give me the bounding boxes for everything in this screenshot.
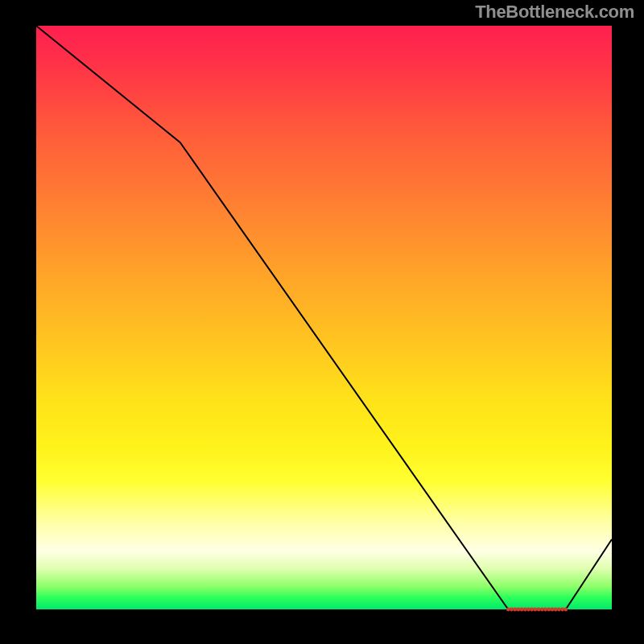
chart-container: TheBottleneck.com xyxy=(0,0,644,644)
curve-path xyxy=(36,26,612,609)
marker-dot xyxy=(523,608,527,612)
marker-dot xyxy=(517,608,521,612)
marker-group xyxy=(506,608,568,612)
marker-dot xyxy=(510,608,514,612)
marker-dot xyxy=(543,608,547,612)
marker-dot xyxy=(513,608,517,612)
plot-area xyxy=(36,26,612,609)
marker-dot xyxy=(560,608,564,612)
marker-dot xyxy=(540,608,544,612)
watermark-text: TheBottleneck.com xyxy=(475,2,634,23)
marker-dot xyxy=(520,608,524,612)
marker-dot xyxy=(557,608,561,612)
marker-dot xyxy=(551,608,555,612)
chart-svg xyxy=(36,26,612,609)
marker-dot xyxy=(506,608,510,612)
series-curve xyxy=(36,26,612,609)
marker-dot xyxy=(526,608,530,612)
marker-dot xyxy=(530,608,534,612)
marker-dot xyxy=(564,608,568,612)
marker-dot xyxy=(554,608,558,612)
marker-dot xyxy=(534,608,538,612)
marker-dot xyxy=(547,608,551,612)
marker-dot xyxy=(537,608,541,612)
